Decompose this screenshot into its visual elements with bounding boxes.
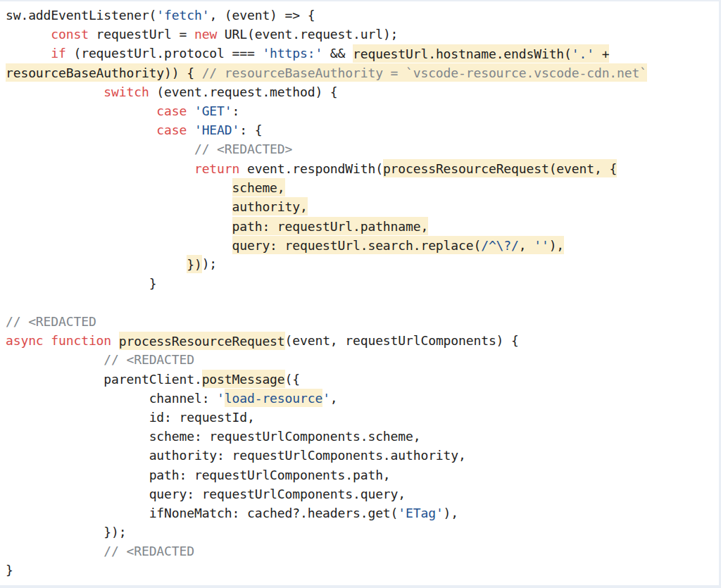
plain-token — [6, 487, 149, 501]
highlighted-plain-token: , — [519, 236, 534, 254]
plain-token: (requestUrl.protocol === — [66, 46, 263, 61]
plain-token — [187, 104, 194, 118]
code-line: // <REDACTED — [6, 542, 713, 561]
plain-token: } — [149, 276, 157, 291]
highlighted-plain-token: path: requestUrl.pathname, — [232, 217, 429, 235]
highlighted-comment-token: // resourceBaseAuthority = `vscode-resou… — [202, 63, 647, 82]
code-line: } — [6, 274, 713, 293]
comment-token: // <REDACTED> — [194, 142, 292, 156]
code-line: resourceBaseAuthority)) { // resourceBas… — [6, 63, 713, 82]
code-line: scheme: requestUrlComponents.scheme, — [6, 427, 713, 446]
plain-token: sw.addEventListener( — [6, 8, 156, 23]
highlighted-plain-token: + — [594, 44, 609, 63]
code-line: case 'GET': — [6, 101, 713, 120]
plain-token: authority: requestUrlComponents.authorit… — [149, 448, 466, 463]
plain-token — [6, 256, 187, 271]
plain-token — [6, 161, 194, 176]
highlighted-plain-token: }) — [187, 255, 201, 273]
plain-token — [6, 142, 194, 156]
code-line: path: requestUrl.pathname, — [6, 216, 713, 235]
plain-token — [6, 391, 149, 406]
code-line: channel: 'load-resource', — [6, 389, 713, 408]
plain-token: ifNoneMatch: cached?.headers.get( — [149, 506, 399, 520]
code-line: authority, — [6, 197, 713, 216]
plain-token: && — [322, 46, 353, 61]
code-line: path: requestUrlComponents.path, — [6, 465, 713, 484]
highlighted-string-token: load-resource — [225, 389, 322, 407]
plain-token — [187, 123, 194, 137]
plain-token — [6, 429, 149, 444]
plain-token — [6, 199, 232, 214]
plain-token: (event, requestUrlComponents) { — [285, 333, 519, 348]
keyword-token: if — [51, 46, 65, 61]
code-line: ifNoneMatch: cached?.headers.get('ETag')… — [6, 503, 713, 523]
plain-token — [6, 180, 232, 195]
keyword-token: new — [194, 27, 217, 42]
plain-token — [6, 352, 104, 367]
highlighted-string-token: '.' — [572, 44, 594, 63]
plain-token — [6, 468, 149, 482]
code-line: authority: requestUrlComponents.authorit… — [6, 446, 713, 465]
plain-token — [6, 123, 156, 137]
plain-token: scheme: requestUrlComponents.scheme, — [149, 429, 421, 444]
code-line: async function processResourceRequest(ev… — [6, 331, 713, 350]
comment-token: // <REDACTED — [6, 314, 96, 329]
plain-token: id: requestId, — [149, 410, 255, 425]
string-token: ' — [322, 391, 330, 406]
keyword-token: switch — [104, 85, 149, 99]
plain-token: , — [330, 391, 338, 406]
keyword-token: case — [156, 104, 187, 118]
plain-token — [6, 448, 149, 463]
code-block: sw.addEventListener('fetch', (event) => … — [0, 1, 719, 580]
code-line: scheme, — [6, 178, 713, 197]
highlighted-plain-token: processResourceRequest(event, { — [383, 159, 617, 177]
code-line: const requestUrl = new URL(event.request… — [6, 25, 713, 44]
plain-token: , (event) => { — [209, 8, 315, 23]
plain-token — [6, 276, 149, 291]
string-token: ' — [217, 391, 225, 406]
code-line: // <REDACTED — [6, 312, 713, 331]
plain-token — [6, 506, 149, 520]
string-token: 'HEAD' — [194, 123, 239, 137]
plain-token — [6, 237, 232, 252]
highlighted-plain-token: query: requestUrl.search.replace( — [232, 236, 482, 254]
code-line: }); — [6, 523, 713, 542]
highlighted-plain-token: ), — [549, 236, 564, 254]
plain-token: requestUrl = — [89, 27, 194, 42]
plain-token — [6, 372, 104, 387]
code-line: sw.addEventListener('fetch', (event) => … — [6, 6, 713, 25]
plain-token: channel: — [149, 391, 217, 406]
plain-token: event.respondWith( — [239, 161, 383, 176]
comment-token: // <REDACTED — [104, 544, 194, 558]
code-line: } — [6, 561, 713, 580]
code-line: if (requestUrl.protocol === 'https:' && … — [6, 44, 713, 63]
plain-token: : { — [239, 123, 262, 137]
highlighted-plain-token: processResourceRequest — [119, 332, 285, 350]
code-line: id: requestId, — [6, 408, 713, 427]
highlighted-plain-token: requestUrl.hostname.endsWith( — [353, 44, 572, 63]
plain-token — [6, 525, 104, 539]
plain-token: ), — [444, 506, 458, 520]
plain-token — [6, 27, 51, 42]
plain-token — [6, 85, 104, 99]
comment-token: // <REDACTED — [104, 352, 194, 367]
highlighted-plain-token: authority, — [232, 197, 308, 215]
plain-token: parentClient. — [104, 372, 201, 387]
string-token: 'fetch' — [156, 8, 209, 23]
code-line — [6, 293, 713, 312]
plain-token — [6, 410, 149, 425]
plain-token: } — [6, 563, 13, 577]
plain-token: ({ — [285, 372, 300, 387]
plain-token — [6, 46, 51, 61]
code-line: // <REDACTED — [6, 350, 713, 369]
keyword-token: return — [194, 161, 239, 176]
highlighted-plain-token: postMessage — [202, 370, 285, 388]
keyword-token: const — [51, 27, 89, 42]
string-token: 'ETag' — [398, 506, 443, 520]
string-token: 'GET' — [194, 104, 232, 118]
plain-token: path: requestUrlComponents.path, — [149, 468, 391, 482]
highlighted-plain-token: scheme, — [232, 178, 285, 196]
keyword-token: async function — [6, 333, 111, 348]
plain-token — [6, 544, 104, 558]
code-line: })); — [6, 254, 713, 273]
